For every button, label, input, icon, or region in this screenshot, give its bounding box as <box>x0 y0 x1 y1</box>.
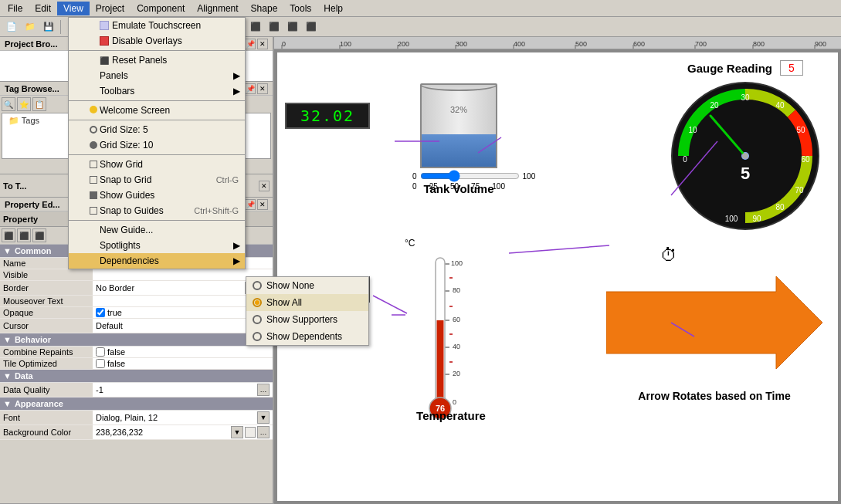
tag-browser-btn3[interactable]: 📋 <box>32 97 46 111</box>
prop-value-bgcolor[interactable]: 238,236,232 ▼ … <box>93 425 273 440</box>
tag-panel-pin-btn[interactable]: 📌 <box>245 83 256 94</box>
menu-grid-size-10[interactable]: Grid Size: 10 <box>69 137 245 153</box>
menu-alignment[interactable]: Alignment <box>191 2 244 15</box>
section-behavior: ▼Behavior <box>0 333 273 347</box>
tank-slider[interactable] <box>420 171 520 181</box>
prop-value-tile[interactable]: false <box>93 358 273 370</box>
tot-close-btn[interactable]: ✕ <box>259 181 270 191</box>
section-data: ▼Data <box>0 370 273 383</box>
svg-text:50: 50 <box>796 126 805 134</box>
menu-panels[interactable]: Panels ▶ <box>69 68 245 83</box>
gauge-svg: 0 10 20 30 40 50 60 70 80 90 100 <box>668 79 822 233</box>
tag-panel-close-btn[interactable]: ✕ <box>257 83 268 94</box>
show-none-label: Show None <box>266 280 314 291</box>
menu-project[interactable]: Project <box>90 2 131 15</box>
svg-text:10: 10 <box>688 126 697 134</box>
svg-text:80: 80 <box>453 286 460 294</box>
show-supporters-label: Show Supporters <box>266 314 337 325</box>
menu-emulate-touchscreen[interactable]: Emulate Touchscreen <box>69 18 245 33</box>
svg-text:40: 40 <box>775 101 785 110</box>
tile-checkbox[interactable] <box>96 359 105 368</box>
prop-panel-close-btn[interactable]: ✕ <box>257 199 268 210</box>
submenu-show-supporters[interactable]: Show Supporters <box>246 311 368 328</box>
menu-file[interactable]: File <box>2 2 29 15</box>
menu-snap-to-guides[interactable]: Snap to Guides Ctrl+Shift-G <box>69 203 245 218</box>
tag-browser-btn2[interactable]: ⭐ <box>17 97 31 111</box>
prop-label-quality: Data Quality <box>0 383 93 397</box>
toolbar-open[interactable]: 📁 <box>22 19 39 36</box>
prop-label-visible: Visible <box>0 269 93 281</box>
slider-max: 100 <box>523 172 536 181</box>
bgcolor-dropdown-btn[interactable]: ▼ <box>231 426 243 438</box>
welcome-yellow-icon <box>90 106 97 113</box>
toolbar-align-top[interactable]: ⬛ <box>266 19 283 36</box>
quality-edit-btn[interactable]: … <box>257 384 270 396</box>
submenu-show-dependents[interactable]: Show Dependents <box>246 328 368 345</box>
svg-text:30: 30 <box>741 93 750 102</box>
menu-new-guide[interactable]: New Guide... <box>69 222 245 238</box>
prop-row-mouseover: Mouseover Text <box>0 296 273 307</box>
menu-reset-panels[interactable]: ⬛ Reset Panels <box>69 52 245 68</box>
prop-btn1[interactable]: ⬛ <box>2 228 15 242</box>
bgcolor-swatch[interactable] <box>245 427 256 438</box>
touchscreen-icon <box>100 21 109 30</box>
opaque-checkbox[interactable] <box>96 308 105 317</box>
tag-browser-btn1[interactable]: 🔍 <box>2 97 15 111</box>
submenu-show-all[interactable]: Show All <box>246 294 368 311</box>
prop-row-border: Border No Border ▼ … <box>0 281 273 296</box>
menu-show-guides[interactable]: Show Guides <box>69 188 245 203</box>
toolbar-new[interactable]: 📄 <box>3 19 20 36</box>
show-all-radio-icon <box>253 298 262 307</box>
menu-grid-size-5[interactable]: Grid Size: 5 <box>69 122 245 137</box>
menu-view[interactable]: View <box>57 2 90 15</box>
prop-panel-pin-btn[interactable]: 📌 <box>245 199 256 210</box>
svg-text:600: 600 <box>633 40 645 48</box>
bgcolor-edit-btn[interactable]: … <box>257 426 270 438</box>
combine-checkbox[interactable] <box>96 347 105 357</box>
menu-snap-to-grid[interactable]: Snap to Grid Ctrl-G <box>69 172 245 188</box>
to-t-label: To T... <box>3 181 26 191</box>
menu-shape[interactable]: Shape <box>245 2 284 15</box>
prop-btn2[interactable]: ⬛ <box>17 228 31 242</box>
prop-value-quality[interactable]: -1 … <box>93 383 273 397</box>
menu-disable-overlays[interactable]: Disable Overlays <box>69 33 245 49</box>
prop-value-font[interactable]: Dialog, Plain, 12 ▼ <box>93 411 273 425</box>
font-dropdown-btn[interactable]: ▼ <box>257 411 270 424</box>
toolbar-align-right[interactable]: ⬛ <box>247 19 264 36</box>
panel-pin-btn[interactable]: 📌 <box>245 39 256 49</box>
svg-text:40: 40 <box>453 343 460 350</box>
snap-grid-shortcut: Ctrl-G <box>216 175 239 184</box>
menu-welcome-screen[interactable]: Welcome Screen <box>69 103 245 118</box>
svg-text:200: 200 <box>398 40 409 48</box>
show-none-radio-icon <box>253 281 262 290</box>
prop-label-tile: Tile Optimized <box>0 358 93 370</box>
svg-text:100: 100 <box>451 259 463 267</box>
prop-row-cursor: Cursor Default ▼ <box>0 319 273 333</box>
toolbar-save[interactable]: 💾 <box>40 19 57 36</box>
svg-text:20: 20 <box>710 101 719 110</box>
menu-spotlights[interactable]: Spotlights ▶ <box>69 238 245 253</box>
menu-edit[interactable]: Edit <box>29 2 57 15</box>
prop-btn3[interactable]: ⬛ <box>32 228 46 242</box>
section-appearance: ▼Appearance <box>0 397 273 411</box>
toolbar-align-mid[interactable]: ⬛ <box>284 19 301 36</box>
menu-sep-5 <box>69 220 245 221</box>
show-grid-checkbox-icon <box>90 161 97 168</box>
gauge-value: 5 <box>788 62 795 74</box>
tank-reading: 32.02 <box>285 103 370 129</box>
menu-toolbars[interactable]: Toolbars ▶ <box>69 83 245 99</box>
prop-label-mouseover: Mouseover Text <box>0 296 93 307</box>
menu-sep-4 <box>69 154 245 155</box>
menu-dependencies[interactable]: Dependencies ▶ <box>69 253 245 269</box>
prop-value-combine[interactable]: false <box>93 347 273 358</box>
menu-show-grid[interactable]: Show Grid <box>69 157 245 172</box>
menu-tools[interactable]: Tools <box>283 2 317 15</box>
menu-help[interactable]: Help <box>317 2 349 15</box>
tank-body-container: 32% 0 100 0255075100 <box>412 83 505 191</box>
tank-slider-row: 0 100 <box>412 171 505 181</box>
panel-close-btn[interactable]: ✕ <box>257 39 268 49</box>
toolbar-align-bottom[interactable]: ⬛ <box>303 19 320 36</box>
menu-component[interactable]: Component <box>131 2 191 15</box>
submenu-show-none[interactable]: Show None <box>246 277 368 294</box>
mouseover-input[interactable] <box>96 296 270 306</box>
